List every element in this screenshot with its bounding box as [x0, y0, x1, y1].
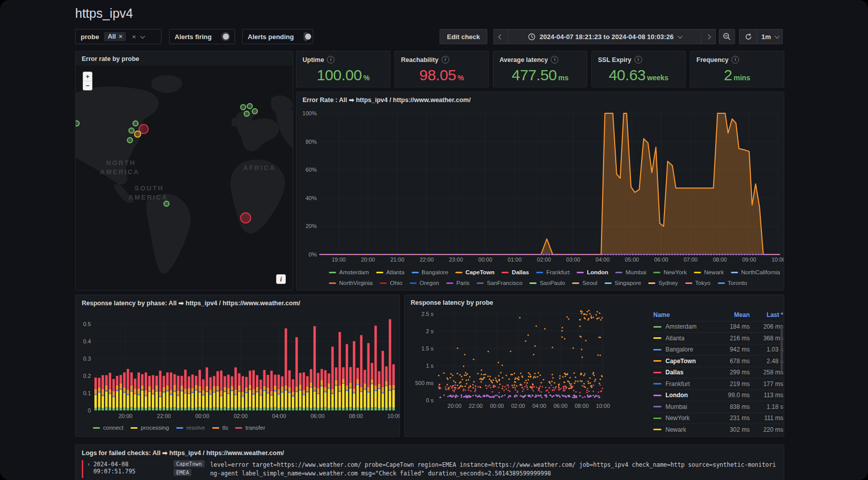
last-value: 258 ms	[750, 369, 783, 376]
map-zoom-out-button[interactable]: −	[83, 81, 92, 90]
legend-item-resolve[interactable]: resolve	[176, 425, 205, 431]
column-header-last[interactable]: Last *	[750, 311, 783, 318]
legend-label: tls	[222, 425, 228, 431]
alerts-pending-toggle[interactable]	[304, 32, 308, 41]
legend-item-amsterdam[interactable]: Amsterdam	[329, 269, 369, 275]
legend-color-dash	[685, 282, 692, 284]
chevron-down-icon	[775, 34, 780, 39]
probe-filter-label: probe	[76, 33, 104, 41]
toggle-knob	[223, 34, 229, 40]
legend-item-tls[interactable]: tls	[212, 425, 228, 431]
log-label-badge: CapeTown	[174, 460, 205, 467]
legend-color-dash	[410, 282, 417, 284]
svg-text:10:00: 10:00	[772, 257, 784, 263]
legend-label: Tokyo	[695, 280, 711, 286]
last-value: 2.48 s	[750, 358, 783, 365]
legend-item-frankfurt[interactable]: Frankfurt	[536, 269, 570, 275]
refresh-interval-dropdown[interactable]: 1m	[757, 29, 783, 44]
legend-item-mumbai[interactable]: Mumbai	[615, 269, 646, 275]
legend-item-newyork[interactable]: NewYork	[653, 269, 687, 275]
svg-text:23:00: 23:00	[449, 257, 463, 263]
legend-item-tokyo[interactable]: Tokyo	[685, 280, 711, 286]
geomap[interactable]	[76, 66, 293, 290]
table-row-newyork[interactable]: NewYork231 ms111 ms	[653, 412, 783, 424]
column-header-mean[interactable]: Mean	[716, 311, 750, 318]
info-icon[interactable]: i	[731, 56, 739, 63]
table-scrollbar[interactable]	[781, 326, 783, 370]
remove-value-icon[interactable]: ×	[119, 33, 122, 40]
legend-label: Toronto	[728, 280, 747, 286]
legend-item-oregon[interactable]: Oregon	[410, 280, 439, 286]
mean-value: 231 ms	[716, 414, 750, 422]
legend-item-london[interactable]: London	[577, 269, 608, 275]
log-message: level=error target=https://www.weather.c…	[210, 461, 779, 478]
column-header-name[interactable]: Name	[653, 311, 716, 318]
last-value: 113 ms	[750, 392, 783, 399]
legend-item-dallas[interactable]: Dallas	[502, 269, 529, 275]
legend-item-connect[interactable]: connect	[93, 425, 123, 431]
table-row-dallas[interactable]: Dallas299 ms258 ms	[653, 367, 783, 378]
legend-color-dash	[731, 272, 738, 273]
alerts-firing-toggle[interactable]	[221, 32, 230, 41]
legend-color-dash	[412, 272, 419, 273]
svg-text:00:00: 00:00	[490, 403, 504, 409]
table-row-mumbai[interactable]: Mumbai838 ms1.18 s	[653, 401, 783, 412]
svg-text:22:00: 22:00	[469, 403, 483, 409]
stat-title: Reachabilityi	[401, 56, 449, 63]
map-attribution-button[interactable]: i	[276, 274, 286, 284]
probe-filter[interactable]: probe All × ×	[75, 29, 161, 44]
svg-text:0.1: 0.1	[83, 390, 91, 396]
stat-panel-reachability: Reachabilityi98.05%	[394, 51, 489, 87]
probe-filter-value-pill[interactable]: All ×	[104, 32, 126, 41]
table-row-london[interactable]: London99.0 ms113 ms	[653, 390, 783, 401]
legend-item-ohio[interactable]: Ohio	[380, 280, 402, 286]
legend-label: transfer	[245, 425, 265, 431]
legend-item-sydney[interactable]: Sydney	[648, 280, 678, 286]
legend-color-dash	[176, 427, 183, 429]
error-rate-chart[interactable]: 19:0020:0021:0022:0023:0000:0001:0002:00…	[296, 92, 784, 265]
legend-item-toronto[interactable]: Toronto	[718, 280, 747, 286]
table-row-bangalore[interactable]: Bangalore942 ms1.03 s	[653, 344, 783, 356]
time-shift-back-button[interactable]	[493, 29, 508, 44]
legend-item-atlanta[interactable]: Atlanta	[376, 269, 405, 275]
legend-color-dash	[577, 272, 584, 273]
legend-item-newark[interactable]: Newark	[694, 269, 724, 275]
zoom-out-time-button[interactable]	[719, 29, 735, 44]
refresh-button[interactable]	[739, 29, 757, 44]
table-row-newark[interactable]: Newark302 ms220 ms	[653, 424, 783, 435]
chevron-down-icon[interactable]	[140, 34, 145, 39]
info-icon[interactable]: i	[635, 56, 642, 63]
time-range-button[interactable]: 2024-04-07 18:21:23 to 2024-04-08 10:03:…	[508, 29, 702, 44]
chevron-right-icon	[706, 34, 711, 39]
table-row-atlanta[interactable]: Atlanta216 ms368 ms	[653, 332, 783, 344]
info-icon[interactable]: i	[442, 56, 449, 63]
legend-label: Newark	[704, 269, 724, 275]
legend-item-sanfrancisco[interactable]: SanFrancisco	[477, 280, 522, 286]
legend-item-seoul[interactable]: Seoul	[572, 280, 597, 286]
legend-item-processing[interactable]: processing	[130, 425, 169, 431]
legend-color-dash	[235, 427, 242, 429]
legend-item-paris[interactable]: Paris	[446, 280, 470, 286]
legend-item-northvirginia[interactable]: NorthVirginia	[329, 280, 373, 286]
clear-filter-icon[interactable]: ×	[132, 33, 136, 41]
info-icon[interactable]: i	[551, 56, 558, 63]
table-row-frankfurt[interactable]: Frankfurt219 ms177 ms	[653, 378, 783, 390]
legend-item-singapore[interactable]: Singapore	[605, 280, 641, 286]
map-zoom-in-button[interactable]: +	[83, 72, 92, 81]
log-expand-chevron[interactable]: ›	[87, 461, 90, 468]
legend-item-northcalifornia[interactable]: NorthCalifornia	[731, 269, 780, 275]
table-row-capetown[interactable]: CapeTown678 ms2.48 s	[653, 355, 783, 367]
legend-item-capetown[interactable]: CapeTown	[455, 269, 494, 275]
log-row[interactable]: › 2024-04-08 09:07:51.795 CapeTownEMEA l…	[82, 460, 779, 478]
legend-item-transfer[interactable]: transfer	[235, 425, 265, 431]
legend-item-saopaulo[interactable]: SaoPaulo	[529, 280, 565, 286]
legend-color-dash	[329, 282, 336, 284]
latency-by-phase-chart[interactable]: 00.10.20.30.40.520:0022:0000:0002:0004:0…	[76, 295, 400, 423]
edit-check-button[interactable]: Edit check	[440, 29, 487, 44]
time-shift-forward-button[interactable]	[702, 29, 716, 44]
failed-checks-logs-panel: Logs for failed checks: All ➡ https_ipv4…	[75, 444, 784, 480]
table-row-amsterdam[interactable]: Amsterdam184 ms206 ms	[653, 321, 783, 333]
info-icon[interactable]: i	[327, 56, 335, 63]
legend-item-bangalore[interactable]: Bangalore	[412, 269, 448, 275]
svg-text:03:00: 03:00	[566, 257, 581, 263]
